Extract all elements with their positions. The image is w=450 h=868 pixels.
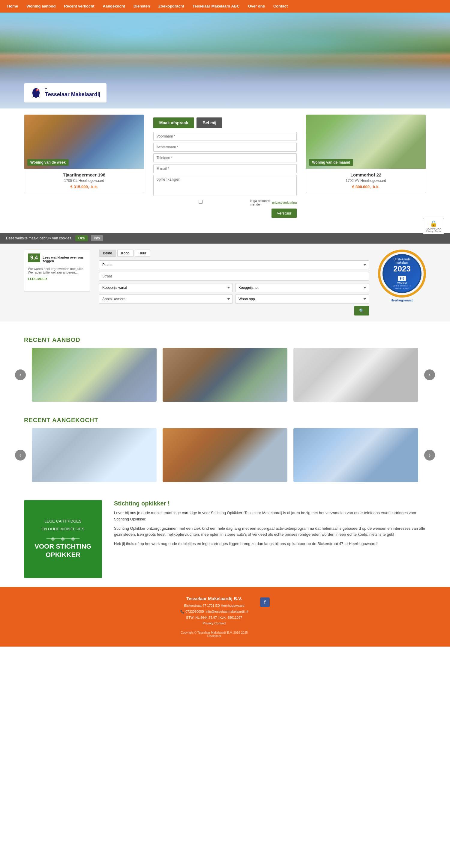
search-tabs: Beide Koop Huur [99, 250, 369, 257]
stichting-title: Stichting opkikker ! [114, 500, 426, 507]
tab-huur[interactable]: Huur [135, 250, 150, 257]
contact-form: Maak afspraak Bel mij Ik ga akkoord met … [144, 115, 306, 221]
search-button[interactable]: 🔍 [354, 306, 369, 315]
woning-maand-addr: 1702 VV Heerhugowaard [310, 179, 422, 183]
main-navigation: Home Woning aanbod Recent verkocht Aange… [0, 0, 450, 12]
cookie-info-button[interactable]: Info [91, 235, 103, 241]
email-input[interactable] [153, 164, 297, 173]
bel-mij-button[interactable]: Bel mij [197, 118, 222, 128]
tab-beide[interactable]: Beide [99, 250, 116, 257]
opmerkingen-input[interactable] [153, 175, 297, 196]
woning-week-title: Tjaarlingermeer 198 [28, 172, 140, 177]
search-row-rooms: Aantal kamers Woon.opp. [99, 294, 369, 304]
aangekocht-item-3[interactable] [293, 428, 418, 482]
nav-zoekopdracht[interactable]: Zoekopdracht [154, 0, 189, 12]
woning-week-image: Woning van de week [24, 115, 144, 169]
maand-badge: Woning van de maand [309, 159, 353, 166]
stichting-img-line2: EN OUDE MOBIELTJES [42, 526, 85, 532]
woning-week-card[interactable]: Woning van de week Tjaarlingermeer 198 1… [24, 115, 144, 193]
carousel-aangekocht-items [26, 428, 424, 482]
search-section: 9,4 Lees wat klanten over ons zeggen We … [0, 244, 450, 321]
week-badge: Woning van de week [27, 159, 69, 166]
nav-over-ons[interactable]: Over ons [244, 0, 269, 12]
award-uitstekend: Uitstekende makelaar [387, 258, 417, 264]
footer-links[interactable]: Privacy Contact [202, 621, 226, 625]
achternaam-input[interactable] [153, 143, 297, 152]
facebook-icon[interactable]: f [260, 597, 270, 607]
nav-aangekocht[interactable]: Aangekocht [99, 0, 129, 12]
stichting-text: Stichting opkikker ! Lever bij ons je ou… [114, 500, 426, 550]
stichting-para3: Heb jij thuis of op het werk nog oude mo… [114, 541, 426, 547]
nav-woning-aanbod[interactable]: Woning aanbod [22, 0, 60, 12]
cookie-ok-button[interactable]: Oké [75, 235, 88, 241]
telefoon-input[interactable] [153, 153, 297, 162]
recent-aanbod-title: RECENT AANBOD [0, 328, 450, 348]
nav-home[interactable]: Home [3, 0, 22, 12]
woonopp-select[interactable]: Woon.opp. [235, 294, 369, 304]
hero-section: T Tesselaar Makelaardij [0, 12, 450, 108]
carousel-aangekocht-next[interactable]: › [424, 450, 435, 461]
search-row-street [99, 272, 369, 281]
form-buttons: Maak afspraak Bel mij [153, 118, 297, 128]
aanbod-image-1 [32, 348, 157, 402]
aangekocht-item-2[interactable] [163, 428, 287, 482]
nav-recent-verkocht[interactable]: Recent verkocht [60, 0, 99, 12]
tab-koop[interactable]: Koop [117, 250, 134, 257]
voornaam-input[interactable] [153, 132, 297, 141]
woning-week-price: € 315.000,- k.k. [28, 185, 140, 189]
prijs-vanaf-select[interactable]: Koopprijs vanaf [99, 283, 233, 292]
search-form: Beide Koop Huur Plaats Koopprijs vanaf K… [99, 250, 369, 315]
footer-social: f [260, 597, 270, 607]
logo-bird-icon [30, 87, 42, 99]
logo-text: Tesselaar Makelaardij [45, 91, 101, 97]
stichting-image: ✦ ✦ ✦ LEGE CARTRIDGES EN OUDE MOBIELTJES… [24, 500, 102, 578]
prijs-tot-select[interactable]: Koopprijs tot [235, 283, 369, 292]
footer-copyright: Copyright © Tesselaar Makelaardij B.V. 2… [180, 631, 248, 638]
privacy-link[interactable]: privacyverklaring [272, 201, 297, 204]
aangekocht-item-1[interactable] [32, 428, 157, 482]
privacy-label: Ik ga akkoord met de [250, 199, 270, 206]
carousel-aangekocht-prev[interactable]: ‹ [15, 450, 26, 461]
carousel-aanbod-prev[interactable]: ‹ [15, 369, 26, 380]
woning-maand-info: Lommerhof 22 1702 VV Heerhugowaard € 800… [306, 169, 426, 193]
award-year: 2023 [393, 264, 411, 274]
featured-section: Woning van de week Tjaarlingermeer 198 1… [0, 108, 450, 227]
woning-maand-price: € 800.000,- k.k. [310, 185, 422, 189]
carousel-aanbod-next[interactable]: › [424, 369, 435, 380]
privacy-row: Ik ga akkoord met de privacyverklaring [153, 199, 297, 206]
aanbod-item-3[interactable] [293, 348, 418, 402]
stichting-para2: Stichting Opkikker ontzorgt gezinnen met… [114, 526, 426, 538]
verstuur-button[interactable]: Verstuur [272, 209, 297, 218]
aanbod-item-2[interactable] [163, 348, 287, 402]
review-link[interactable]: LEES MEER [28, 277, 47, 281]
straat-input[interactable] [99, 272, 369, 281]
nav-abc[interactable]: Tesselaar Makelaars ABC [189, 0, 244, 12]
woning-maand-card[interactable]: Woning van de maand Lommerhof 22 1702 VV… [306, 115, 426, 193]
maak-afspraak-button[interactable]: Maak afspraak [153, 118, 194, 128]
recent-aangekocht-carousel: ‹ › [0, 428, 450, 482]
nav-contact[interactable]: Contact [269, 0, 292, 12]
search-row-price: Koopprijs vanaf Koopprijs tot [99, 283, 369, 292]
review-score: 9,4 [28, 253, 40, 262]
stichting-para1: Lever bij ons je oude mobiel en/of lege … [114, 510, 426, 523]
aangekocht-image-3 [293, 428, 418, 482]
aanbod-image-3 [293, 348, 418, 402]
stichting-section: ✦ ✦ ✦ LEGE CARTRIDGES EN OUDE MOBIELTJES… [0, 494, 450, 587]
carousel-aanbod-items [26, 348, 424, 402]
review-box: 9,4 Lees wat klanten over ons zeggen We … [24, 250, 90, 291]
footer-email[interactable]: info@tesselaarmakelaardij.nl [205, 610, 248, 613]
aangekocht-image-1 [32, 428, 157, 482]
review-text: We waren heel erg tevreden met jullie. W… [28, 267, 86, 274]
kamers-select[interactable]: Aantal kamers [99, 294, 233, 304]
nav-diensten[interactable]: Diensten [129, 0, 154, 12]
cookie-bar: Deze website maakt gebruik van cookies. … [0, 233, 450, 244]
award-widbm: WIDBM [397, 281, 407, 284]
footer-btw: BTW: NL 8644.75.97 | KvK: 38011097 [186, 616, 242, 619]
woning-week-addr: 1705 CL Heerhugowaard [28, 179, 140, 183]
privacy-checkbox[interactable] [153, 200, 248, 204]
recent-aangekocht-title: RECENT AANGEKOCHT [0, 408, 450, 428]
plaats-select[interactable]: Plaats [99, 260, 369, 269]
svg-point-1 [37, 89, 38, 91]
aanbod-item-1[interactable] [32, 348, 157, 402]
aangekocht-image-2 [163, 428, 287, 482]
